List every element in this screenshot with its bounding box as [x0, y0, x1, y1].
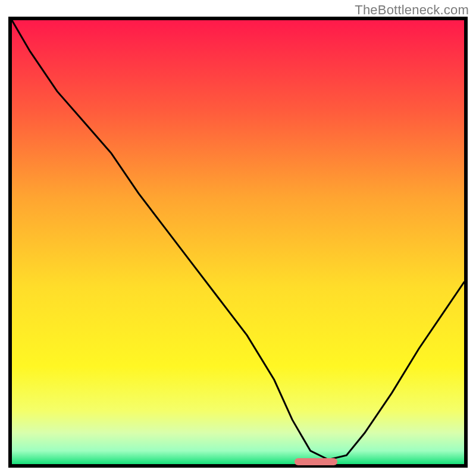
watermark-text: TheBottleneck.com [355, 2, 469, 18]
optimal-range-marker [295, 458, 337, 465]
chart-svg [12, 20, 464, 464]
plot-inner [12, 20, 464, 464]
chart-container: TheBottleneck.com [0, 0, 476, 476]
plot-area [8, 17, 468, 468]
gradient-background [12, 20, 464, 464]
